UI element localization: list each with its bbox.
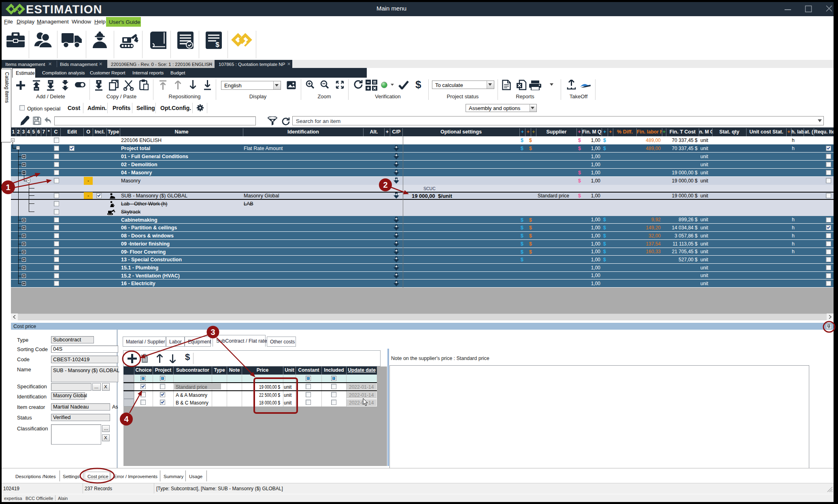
svg-text:1: 1 <box>6 183 10 192</box>
svg-text:4: 4 <box>124 415 129 424</box>
svg-text:2: 2 <box>383 180 387 189</box>
svg-text:3: 3 <box>211 328 215 337</box>
